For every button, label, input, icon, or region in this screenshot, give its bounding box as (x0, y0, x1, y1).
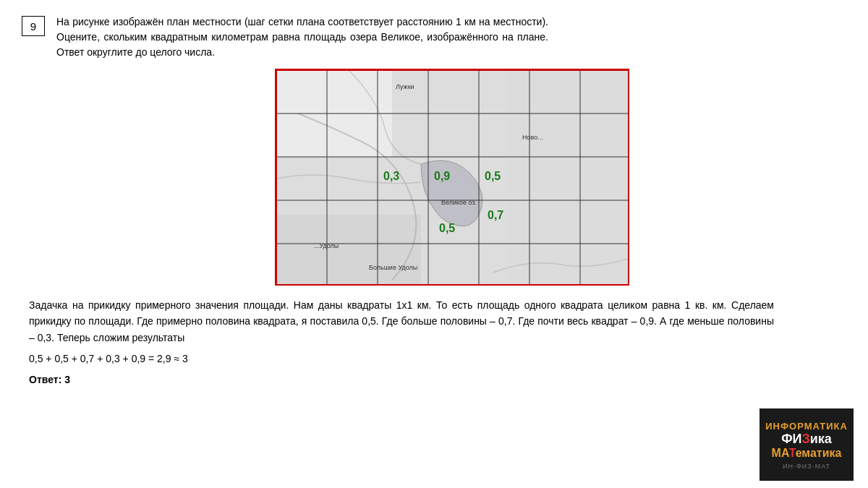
solution-paragraph1: Задачка на прикидку примерного значения … (29, 297, 774, 346)
solution-formula: 0,5 + 0,5 + 0,7 + 0,3 + 0,9 = 2,9 ≈ 3 (29, 350, 774, 368)
annotation-09: 0,9 (434, 170, 450, 183)
logo-informatika: информатика (765, 421, 848, 432)
logo-line2: ФИЗика (781, 432, 832, 447)
answer-value: 3 (64, 374, 70, 385)
annotation-03: 0,3 (383, 170, 399, 183)
map-label-bolshie-udoly: Большие Удолы (369, 264, 417, 271)
page-container: 9 На рисунке изображён план местности (ш… (0, 0, 868, 488)
solution-answer: Ответ: 3 (29, 371, 774, 389)
problem-text: На рисунке изображён план местности (шаг… (56, 14, 548, 60)
svg-rect-10 (276, 70, 628, 284)
logo-box: информатика ФИЗика МАТематика ИН-ФИЗ-МАТ (760, 408, 854, 481)
problem-number: 9 (30, 20, 36, 33)
annotation-05-bottom: 0,5 (439, 222, 455, 235)
problem-header: 9 На рисунке изображён план местности (ш… (22, 14, 846, 60)
logo-line3: МАТематика (772, 447, 842, 460)
logo-line1: информатика (765, 419, 848, 432)
map-label-novo: Ново... (522, 134, 543, 141)
annotation-07: 0,7 (488, 209, 503, 222)
map-container: Лужки Ново... Великое оз. ...Удолы Больш… (275, 69, 629, 286)
problem-number-box: 9 (22, 16, 45, 36)
map-label-lujki: Лужки (396, 83, 414, 90)
map-label-udoly: ...Удолы (314, 242, 339, 249)
map-label-velikoe: Великое оз. (441, 199, 477, 206)
grid-svg (276, 70, 628, 284)
logo-subline: ИН-ФИЗ-МАТ (783, 463, 830, 470)
answer-label: Ответ: (29, 374, 64, 385)
map-wrapper: Лужки Ново... Великое оз. ...Удолы Больш… (58, 69, 846, 286)
solution-area: Задачка на прикидку примерного значения … (22, 297, 781, 390)
annotation-05-right: 0,5 (485, 170, 501, 183)
